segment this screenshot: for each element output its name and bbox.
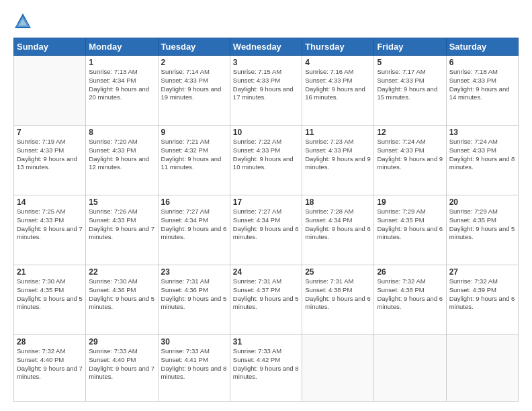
day-info: Sunrise: 7:31 AMSunset: 4:36 PMDaylight:… [161,277,227,312]
day-number: 19 [377,197,443,207]
day-number: 26 [377,267,443,277]
calendar-header-row: SundayMondayTuesdayWednesdayThursdayFrid… [14,38,519,56]
calendar-cell: 4Sunrise: 7:16 AMSunset: 4:33 PMDaylight… [302,56,374,126]
day-info: Sunrise: 7:15 AMSunset: 4:33 PMDaylight:… [233,68,299,102]
day-number: 11 [305,128,371,137]
calendar-cell: 28Sunrise: 7:32 AMSunset: 4:40 PMDayligh… [14,335,86,402]
calendar-cell: 29Sunrise: 7:33 AMSunset: 4:40 PMDayligh… [86,335,158,402]
day-info: Sunrise: 7:32 AMSunset: 4:39 PMDaylight:… [449,277,515,312]
day-info: Sunrise: 7:29 AMSunset: 4:35 PMDaylight:… [449,208,515,242]
calendar-cell: 5Sunrise: 7:17 AMSunset: 4:33 PMDaylight… [374,56,446,126]
calendar-cell: 30Sunrise: 7:33 AMSunset: 4:41 PMDayligh… [158,335,230,402]
day-number: 6 [449,58,515,67]
calendar-cell: 13Sunrise: 7:24 AMSunset: 4:33 PMDayligh… [446,126,518,195]
calendar-cell: 18Sunrise: 7:28 AMSunset: 4:34 PMDayligh… [302,195,374,265]
weekday-header-tuesday: Tuesday [158,38,230,56]
day-number: 25 [305,267,371,277]
weekday-header-saturday: Saturday [446,38,518,56]
calendar-cell: 26Sunrise: 7:32 AMSunset: 4:38 PMDayligh… [374,265,446,335]
day-info: Sunrise: 7:14 AMSunset: 4:33 PMDaylight:… [161,68,227,102]
day-info: Sunrise: 7:20 AMSunset: 4:33 PMDaylight:… [89,138,154,172]
calendar-cell: 6Sunrise: 7:18 AMSunset: 4:33 PMDaylight… [446,56,518,126]
calendar-cell: 24Sunrise: 7:31 AMSunset: 4:37 PMDayligh… [230,265,302,335]
day-info: Sunrise: 7:30 AMSunset: 4:36 PMDaylight:… [89,277,154,312]
calendar-cell [302,335,374,402]
calendar-cell: 1Sunrise: 7:13 AMSunset: 4:34 PMDaylight… [86,56,158,126]
day-info: Sunrise: 7:32 AMSunset: 4:38 PMDaylight:… [377,277,443,312]
day-number: 21 [17,267,83,277]
weekday-header-wednesday: Wednesday [230,38,302,56]
day-number: 23 [161,267,227,277]
day-info: Sunrise: 7:24 AMSunset: 4:33 PMDaylight:… [449,138,515,172]
day-info: Sunrise: 7:33 AMSunset: 4:40 PMDaylight:… [89,347,154,381]
day-number: 12 [377,128,443,137]
day-number: 3 [233,58,299,67]
calendar-cell: 3Sunrise: 7:15 AMSunset: 4:33 PMDaylight… [230,56,302,126]
calendar-cell: 9Sunrise: 7:21 AMSunset: 4:32 PMDaylight… [158,126,230,195]
calendar-cell: 7Sunrise: 7:19 AMSunset: 4:33 PMDaylight… [14,126,86,195]
weekday-header-monday: Monday [86,38,158,56]
page: SundayMondayTuesdayWednesdayThursdayFrid… [0,0,532,411]
calendar-cell: 2Sunrise: 7:14 AMSunset: 4:33 PMDaylight… [158,56,230,126]
day-info: Sunrise: 7:32 AMSunset: 4:40 PMDaylight:… [17,347,83,381]
calendar-cell: 20Sunrise: 7:29 AMSunset: 4:35 PMDayligh… [446,195,518,265]
calendar-cell: 8Sunrise: 7:20 AMSunset: 4:33 PMDaylight… [86,126,158,195]
day-number: 28 [17,337,83,347]
day-info: Sunrise: 7:16 AMSunset: 4:33 PMDaylight:… [305,68,371,102]
day-info: Sunrise: 7:19 AMSunset: 4:33 PMDaylight:… [17,138,83,172]
day-number: 17 [233,197,299,207]
day-number: 9 [161,128,227,137]
day-info: Sunrise: 7:27 AMSunset: 4:34 PMDaylight:… [161,208,227,242]
day-info: Sunrise: 7:22 AMSunset: 4:33 PMDaylight:… [233,138,299,172]
calendar-cell: 22Sunrise: 7:30 AMSunset: 4:36 PMDayligh… [86,265,158,335]
day-number: 5 [377,58,443,67]
header [13,12,519,31]
day-number: 4 [305,58,371,67]
calendar-cell: 15Sunrise: 7:26 AMSunset: 4:33 PMDayligh… [86,195,158,265]
day-info: Sunrise: 7:30 AMSunset: 4:35 PMDaylight:… [17,277,83,312]
calendar-week-4: 21Sunrise: 7:30 AMSunset: 4:35 PMDayligh… [14,265,519,335]
day-number: 16 [161,197,227,207]
day-number: 20 [449,197,515,207]
calendar-cell [374,335,446,402]
day-info: Sunrise: 7:26 AMSunset: 4:33 PMDaylight:… [89,208,154,242]
day-number: 13 [449,128,515,137]
calendar-cell: 11Sunrise: 7:23 AMSunset: 4:33 PMDayligh… [302,126,374,195]
day-number: 1 [89,58,154,67]
day-info: Sunrise: 7:33 AMSunset: 4:41 PMDaylight:… [161,347,227,381]
day-info: Sunrise: 7:24 AMSunset: 4:33 PMDaylight:… [377,138,443,172]
day-info: Sunrise: 7:28 AMSunset: 4:34 PMDaylight:… [305,208,371,242]
day-info: Sunrise: 7:25 AMSunset: 4:33 PMDaylight:… [17,208,83,242]
day-number: 14 [17,197,83,207]
calendar-cell: 25Sunrise: 7:31 AMSunset: 4:38 PMDayligh… [302,265,374,335]
calendar-cell: 12Sunrise: 7:24 AMSunset: 4:33 PMDayligh… [374,126,446,195]
day-number: 18 [305,197,371,207]
weekday-header-friday: Friday [374,38,446,56]
logo [13,12,35,31]
day-info: Sunrise: 7:18 AMSunset: 4:33 PMDaylight:… [449,68,515,102]
day-info: Sunrise: 7:29 AMSunset: 4:35 PMDaylight:… [377,208,443,242]
day-info: Sunrise: 7:13 AMSunset: 4:34 PMDaylight:… [89,68,154,102]
calendar-cell: 23Sunrise: 7:31 AMSunset: 4:36 PMDayligh… [158,265,230,335]
calendar-cell: 31Sunrise: 7:33 AMSunset: 4:42 PMDayligh… [230,335,302,402]
day-number: 31 [233,337,299,347]
weekday-header-thursday: Thursday [302,38,374,56]
day-number: 27 [449,267,515,277]
calendar-cell: 16Sunrise: 7:27 AMSunset: 4:34 PMDayligh… [158,195,230,265]
day-info: Sunrise: 7:27 AMSunset: 4:34 PMDaylight:… [233,208,299,242]
logo-icon [13,12,32,31]
day-number: 22 [89,267,154,277]
day-number: 8 [89,128,154,137]
calendar-cell: 27Sunrise: 7:32 AMSunset: 4:39 PMDayligh… [446,265,518,335]
day-number: 10 [233,128,299,137]
calendar: SundayMondayTuesdayWednesdayThursdayFrid… [13,38,519,402]
day-number: 2 [161,58,227,67]
day-info: Sunrise: 7:17 AMSunset: 4:33 PMDaylight:… [377,68,443,102]
calendar-cell: 21Sunrise: 7:30 AMSunset: 4:35 PMDayligh… [14,265,86,335]
calendar-cell [14,56,86,126]
day-info: Sunrise: 7:21 AMSunset: 4:32 PMDaylight:… [161,138,227,172]
calendar-week-3: 14Sunrise: 7:25 AMSunset: 4:33 PMDayligh… [14,195,519,265]
day-number: 29 [89,337,154,347]
weekday-header-sunday: Sunday [14,38,86,56]
day-number: 30 [161,337,227,347]
